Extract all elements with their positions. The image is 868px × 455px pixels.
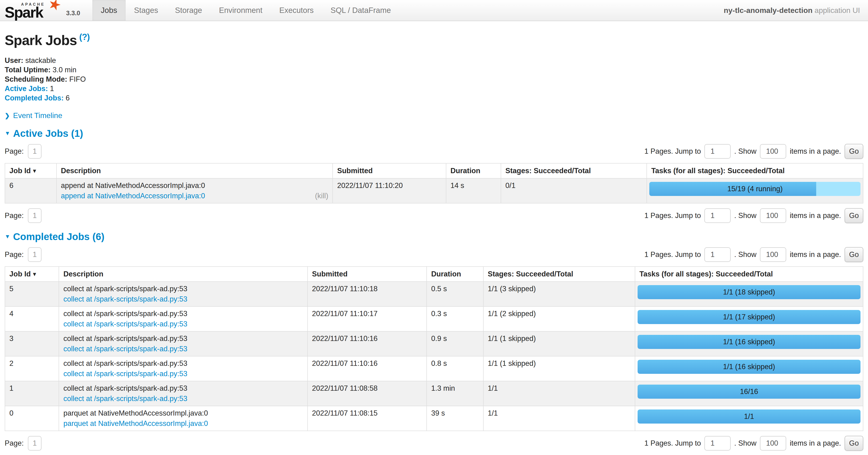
- tasks-cell: 1/1 (17 skipped): [635, 307, 863, 331]
- tasks-progress-bar: 15/19 (4 running): [649, 182, 861, 196]
- pagination-controls: 1 Pages. Jump to1. Show100items in a pag…: [641, 436, 863, 451]
- jump-to-input[interactable]: 1: [704, 208, 731, 223]
- column-header-stages-succeeded-total[interactable]: Stages: Succeeded/Total: [501, 163, 647, 178]
- stages-cell: 1/1 (2 skipped): [483, 307, 635, 331]
- items-per-page-text: items in a page.: [790, 250, 841, 259]
- column-header-tasks-for-all-stages-succeeded-total[interactable]: Tasks (for all stages): Succeeded/Total: [635, 266, 863, 282]
- tab-environment[interactable]: Environment: [211, 0, 271, 21]
- spark-wordmark: Spark: [5, 4, 43, 21]
- go-button[interactable]: Go: [844, 436, 863, 451]
- tasks-cell: 1/1 (16 skipped): [635, 356, 863, 381]
- column-header-submitted[interactable]: Submitted: [308, 266, 427, 282]
- kill-link[interactable]: (kill): [315, 192, 329, 200]
- show-count-input[interactable]: 100: [760, 144, 786, 159]
- summary-label-link[interactable]: Completed Jobs:: [5, 94, 64, 102]
- summary-label: User:: [5, 56, 23, 64]
- application-title-suffix: application UI: [812, 6, 860, 15]
- show-count-input[interactable]: 100: [760, 247, 786, 262]
- summary-label: Total Uptime:: [5, 66, 51, 74]
- tab-storage[interactable]: Storage: [167, 0, 211, 21]
- tasks-cell: 15/19 (4 running): [647, 178, 863, 203]
- column-header-description[interactable]: Description: [59, 266, 308, 282]
- pagination-controls: 1 Pages. Jump to1. Show100items in a pag…: [641, 247, 863, 262]
- progress-label: 1/1 (17 skipped): [638, 310, 861, 324]
- chevron-right-icon: ❯: [5, 112, 10, 119]
- page-number-input[interactable]: 1: [28, 208, 41, 223]
- description-cell: collect at /spark-scripts/spark-ad.py:53…: [59, 307, 308, 331]
- submitted-cell: 2022/11/07 11:10:17: [308, 307, 427, 331]
- column-header-duration[interactable]: Duration: [427, 266, 483, 282]
- description-cell: parquet at NativeMethodAccessorImpl.java…: [59, 406, 308, 431]
- jump-to-input[interactable]: 1: [704, 144, 731, 159]
- stages-cell: 0/1: [501, 178, 647, 203]
- sort-desc-icon: ▾: [33, 168, 36, 174]
- description-line2: collect at /spark-scripts/spark-ad.py:53: [63, 345, 303, 353]
- job-row: 4collect at /spark-scripts/spark-ad.py:5…: [5, 307, 863, 331]
- description-link[interactable]: append at NativeMethodAccessorImpl.java:…: [61, 192, 205, 200]
- column-header-duration[interactable]: Duration: [446, 163, 501, 178]
- tab-stages[interactable]: Stages: [126, 0, 167, 21]
- column-header-description[interactable]: Description: [57, 163, 333, 178]
- page-number-input[interactable]: 1: [28, 436, 41, 451]
- jump-to-input[interactable]: 1: [704, 247, 731, 262]
- description-link[interactable]: collect at /spark-scripts/spark-ad.py:53: [63, 370, 187, 378]
- job-row: 6append at NativeMethodAccessorImpl.java…: [5, 178, 863, 203]
- summary-label-link[interactable]: Active Jobs:: [5, 84, 48, 93]
- description-link[interactable]: collect at /spark-scripts/spark-ad.py:53: [63, 295, 187, 303]
- show-label: . Show: [734, 147, 756, 155]
- show-count-input[interactable]: 100: [760, 208, 786, 223]
- tab-jobs[interactable]: Jobs: [92, 0, 126, 21]
- progress-label: 1/1: [638, 409, 861, 424]
- event-timeline-toggle[interactable]: ❯Event Timeline: [5, 111, 863, 120]
- description-text: append at NativeMethodAccessorImpl.java:…: [61, 181, 329, 190]
- spark-logo[interactable]: APACHE Spark ★ 3.3.0: [4, 0, 80, 21]
- stages-cell: 1/1: [483, 406, 635, 431]
- tasks-cell: 1/1 (16 skipped): [635, 331, 863, 356]
- progress-label: 16/16: [638, 385, 861, 399]
- tasks-cell: 1/1 (18 skipped): [635, 282, 863, 307]
- pages-jump-text: 1 Pages. Jump to: [644, 250, 701, 259]
- go-button[interactable]: Go: [844, 247, 863, 262]
- description-text: collect at /spark-scripts/spark-ad.py:53: [63, 310, 303, 318]
- completed-jobs-header[interactable]: ▼Completed Jobs (6): [5, 231, 863, 243]
- go-button[interactable]: Go: [844, 144, 863, 159]
- column-header-stages-succeeded-total[interactable]: Stages: Succeeded/Total: [483, 266, 635, 282]
- duration-cell: 0.8 s: [427, 356, 483, 381]
- progress-label: 1/1 (18 skipped): [638, 285, 861, 299]
- page-number-input[interactable]: 1: [28, 144, 41, 159]
- job-id-cell: 2: [5, 356, 59, 381]
- active-jobs-header[interactable]: ▼Active Jobs (1): [5, 128, 863, 139]
- column-header-job-id[interactable]: Job Id▾: [5, 163, 57, 178]
- summary-value: 1: [48, 84, 54, 93]
- job-row: 3collect at /spark-scripts/spark-ad.py:5…: [5, 331, 863, 356]
- nav-tabs: JobsStagesStorageEnvironmentExecutorsSQL…: [92, 0, 399, 21]
- column-header-job-id[interactable]: Job Id▾: [5, 266, 59, 282]
- description-link[interactable]: collect at /spark-scripts/spark-ad.py:53: [63, 395, 187, 403]
- tab-executors[interactable]: Executors: [271, 0, 322, 21]
- column-header-tasks-for-all-stages-succeeded-total[interactable]: Tasks (for all stages): Succeeded/Total: [647, 163, 863, 178]
- top-nav: APACHE Spark ★ 3.3.0 JobsStagesStorageEn…: [0, 0, 868, 21]
- summary-list: User: stackableTotal Uptime: 3.0 minSche…: [5, 56, 863, 103]
- submitted-cell: 2022/11/07 11:08:15: [308, 406, 427, 431]
- show-count-input[interactable]: 100: [760, 436, 786, 451]
- progress-label: 1/1 (16 skipped): [638, 360, 861, 374]
- jump-to-input[interactable]: 1: [704, 436, 731, 451]
- tab-sql-dataframe[interactable]: SQL / DataFrame: [322, 0, 399, 21]
- description-link[interactable]: parquet at NativeMethodAccessorImpl.java…: [63, 419, 208, 428]
- go-button[interactable]: Go: [844, 208, 863, 223]
- help-link[interactable]: (?): [79, 32, 90, 42]
- summary-value: stackable: [23, 56, 56, 64]
- page-number-input[interactable]: 1: [28, 247, 41, 262]
- duration-cell: 14 s: [446, 178, 501, 203]
- tasks-progress-bar: 1/1: [638, 409, 861, 424]
- tasks-progress-bar: 1/1 (16 skipped): [638, 335, 861, 349]
- description-cell: append at NativeMethodAccessorImpl.java:…: [57, 178, 333, 203]
- description-link[interactable]: collect at /spark-scripts/spark-ad.py:53: [63, 345, 187, 353]
- column-header-submitted[interactable]: Submitted: [333, 163, 446, 178]
- job-id-cell: 1: [5, 381, 59, 406]
- description-line2: parquet at NativeMethodAccessorImpl.java…: [63, 419, 303, 428]
- summary-item: Completed Jobs: 6: [5, 93, 863, 103]
- description-text: collect at /spark-scripts/spark-ad.py:53: [63, 334, 303, 343]
- description-link[interactable]: collect at /spark-scripts/spark-ad.py:53: [63, 320, 187, 328]
- tasks-cell: 1/1: [635, 406, 863, 431]
